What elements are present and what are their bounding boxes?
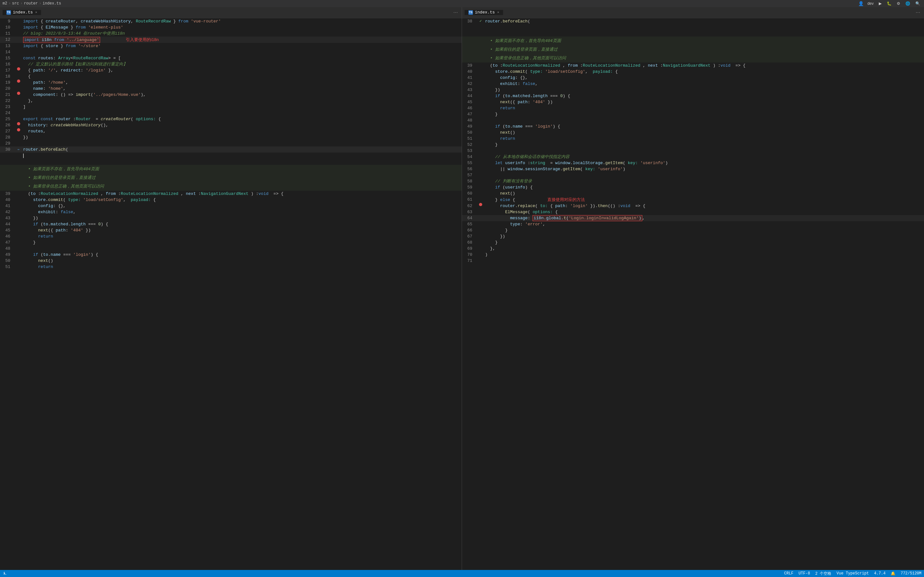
table-row: 30 ✏ router.beforeEach( <box>0 147 462 153</box>
table-row: 42 exhibit: false, <box>0 209 462 215</box>
table-row: 12 import i18n from '../language'引入要使用的i… <box>0 37 462 43</box>
right-tab-menu[interactable]: ⋯ <box>914 10 921 15</box>
table-row: 19 path: '/home', <box>0 79 462 85</box>
table-row: 44 if (to.matched.length === 0) { <box>0 221 462 227</box>
table-row: • 如果页面不存在，首先导向404页面 <box>0 165 462 173</box>
table-row <box>462 31 924 37</box>
table-row: 40 store.commit( type: 'load/setConfig',… <box>0 197 462 203</box>
search-button[interactable]: 🔍 <box>914 1 921 6</box>
table-row: 63 ElMessage( options: { <box>462 209 924 215</box>
table-row: 16 // 定义默认的显示路径【如果访问则就进行重定向】 <box>0 61 462 67</box>
user-icon[interactable]: 👤 <box>858 1 864 6</box>
translate-button[interactable]: 🌐 <box>904 1 911 6</box>
branch-button[interactable]: dev <box>866 1 875 6</box>
breadcrumb-src[interactable]: src <box>12 1 19 6</box>
table-row: 69 }, <box>462 245 924 251</box>
table-row: 51 return <box>0 264 462 270</box>
status-bell: 🔔 <box>891 571 895 576</box>
table-row: 49 if (to.name === 'login') { <box>0 251 462 258</box>
table-row: 14 <box>0 49 462 55</box>
status-charset[interactable]: UTF-8 <box>798 571 810 576</box>
status-position: 772/5120M <box>901 571 921 576</box>
left-tab-close[interactable]: × <box>35 11 37 15</box>
table-row: 70 ) <box>462 251 924 258</box>
table-row: 10 import { ElMessage } from 'element-pl… <box>0 24 462 31</box>
table-row: 18 { <box>0 73 462 79</box>
settings-button[interactable]: ⚙ <box>895 1 901 6</box>
table-row: 46 return <box>0 234 462 239</box>
table-row: 52 } <box>462 142 924 148</box>
table-row: 68 } <box>462 239 924 245</box>
breakpoint-icon[interactable] <box>17 92 20 95</box>
table-row: 42 exhibit: false, <box>462 81 924 87</box>
table-row: 55 let userinfo :string = window.localSt… <box>462 160 924 166</box>
table-row: 13 import { store } from '~/store' <box>0 43 462 49</box>
table-row: 39 (to :RouteLocationNormalized , from :… <box>462 63 924 69</box>
table-row: 47 } <box>0 239 462 245</box>
table-row: 25 export const router :Router = createR… <box>0 116 462 122</box>
breakpoint-icon[interactable] <box>17 128 20 131</box>
table-row: 64 message: i18n.global.t('Login.loginIn… <box>462 215 924 221</box>
table-row: 53 <box>462 148 924 154</box>
table-row: 50 next() <box>462 129 924 135</box>
right-tab-bar: TS index.ts × ⋯ <box>462 7 924 18</box>
table-row: 24 <box>0 110 462 116</box>
breadcrumb-m2[interactable]: m2 <box>3 1 7 6</box>
breakpoint-icon[interactable] <box>17 122 20 125</box>
table-row: 46 return <box>462 105 924 111</box>
table-row: 48 <box>462 117 924 123</box>
table-row: 62 router.replace( to: { path: 'login' }… <box>462 203 924 209</box>
table-row: 9 import { createRouter, createWebHashHi… <box>0 18 462 24</box>
table-row: 43 }) <box>462 87 924 93</box>
table-row: 20 name: 'home', <box>0 85 462 92</box>
debug-button[interactable]: 🐛 <box>885 1 893 6</box>
breakpoint-icon[interactable] <box>17 79 20 83</box>
table-row: 15 const routes: Array<RouteRecordRaw> =… <box>0 55 462 61</box>
right-tab-close[interactable]: × <box>497 11 499 15</box>
breakpoint-icon[interactable] <box>17 67 20 71</box>
table-row: 26 history: createWebHashHistory(), <box>0 122 462 128</box>
table-row: 58 // 判断有没有登录 <box>462 178 924 184</box>
table-row: • 如果登录信息正确，其他页面可以访问 <box>462 54 924 63</box>
table-row: 54 // 从本地存储和会话存储中找指定内容 <box>462 154 924 160</box>
table-row: • 如果页面不存在，首先导向404页面 <box>462 37 924 45</box>
git-branch-icon <box>3 571 7 576</box>
status-indent[interactable]: 2 个空格 <box>815 571 831 576</box>
table-row: 44 if (to.matched.length === 0) { <box>462 93 924 99</box>
status-encoding[interactable]: CRLF <box>784 571 793 576</box>
table-row: 59 if (userinfo) { <box>462 184 924 190</box>
table-row: 23 ] <box>0 104 462 110</box>
table-row: 40 store.commit( type: 'load/setConfig',… <box>462 69 924 75</box>
breadcrumb-router[interactable]: router <box>24 1 37 6</box>
right-editor-scroll[interactable]: 38 ✓ router.beforeEach( <box>462 18 924 570</box>
table-row: 57 <box>462 172 924 178</box>
edit-icon: ✏ <box>18 147 20 153</box>
left-tab-menu[interactable]: ⋯ <box>452 10 459 15</box>
table-row: 41 config: {}, <box>0 203 462 209</box>
right-tab-index-ts[interactable]: TS index.ts × <box>465 10 503 15</box>
left-tab-bar: TS index.ts × ⋯ <box>0 7 462 18</box>
table-row: 27 routes, <box>0 128 462 134</box>
left-editor-scroll[interactable]: 9 import { createRouter, createWebHashHi… <box>0 18 462 570</box>
ts-file-icon-right: TS <box>468 10 473 15</box>
breakpoint-icon[interactable] <box>479 203 482 206</box>
table-row: 45 next({ path: '404' }) <box>0 227 462 234</box>
table-row: 48 <box>0 245 462 251</box>
table-row <box>0 159 462 165</box>
breadcrumb-file[interactable]: index.ts <box>43 1 61 6</box>
table-row <box>462 24 924 31</box>
left-tab-index-ts[interactable]: TS index.ts × <box>3 10 41 15</box>
run-button[interactable]: ▶ <box>877 1 883 6</box>
table-row: 28 }) <box>0 134 462 140</box>
status-branch[interactable] <box>3 571 7 576</box>
left-editor-pane: TS index.ts × ⋯ 9 import { createRouter,… <box>0 7 462 570</box>
status-right-group: CRLF UTF-8 2 个空格 Vue TypeScript 4.7.4 🔔 … <box>784 571 921 576</box>
breadcrumb: m2 › src › router › index.ts <box>3 1 61 6</box>
status-bar: CRLF UTF-8 2 个空格 Vue TypeScript 4.7.4 🔔 … <box>0 570 924 577</box>
editor-container: TS index.ts × ⋯ 9 import { createRouter,… <box>0 7 924 570</box>
table-row: 51 return <box>462 135 924 142</box>
right-code-area: 38 ✓ router.beforeEach( <box>462 18 924 570</box>
table-row: 60 next() <box>462 190 924 197</box>
status-language[interactable]: Vue TypeScript <box>837 571 869 576</box>
table-row: 41 config: {}, <box>462 75 924 81</box>
